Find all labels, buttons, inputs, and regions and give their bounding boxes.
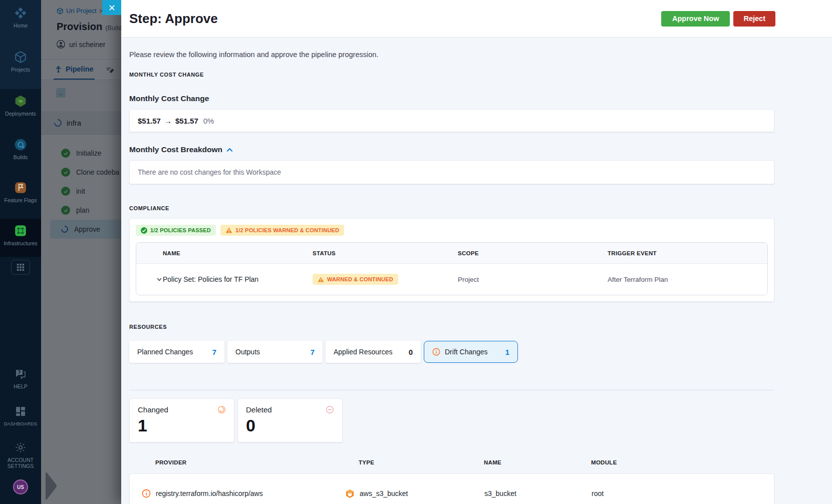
sidebar-item-infrastructures[interactable]: Infrastructures (0, 224, 41, 246)
chevron-down-icon[interactable] (156, 276, 163, 283)
gear-icon (0, 440, 41, 454)
deleted-minus-icon (326, 405, 334, 416)
svg-text:∞: ∞ (18, 97, 24, 105)
policies-warned-label: 1/2 POLICIES WARNED & CONTINUED (235, 227, 339, 233)
arrow-right-icon: → (164, 117, 172, 125)
help-icon: ? (0, 367, 41, 381)
caret-up-icon (226, 147, 233, 152)
status-badge-label: WARNED & CONTINUED (327, 276, 393, 282)
module-grid-icon (17, 263, 25, 271)
policies-passed-label: 1/2 POLICIES PASSED (150, 227, 211, 233)
dashboards-icon (0, 404, 41, 418)
sidebar-item-label: Feature Flags (0, 197, 41, 203)
drawer-body: Please review the following information … (121, 38, 832, 504)
cost-percent: 0% (203, 117, 214, 125)
col-header-name: NAME (136, 250, 313, 256)
policy-table-row[interactable]: Policy Set: Policies for TF Plan WARNED … (136, 264, 767, 295)
projects-icon (0, 50, 41, 64)
changed-cycle-icon (217, 405, 226, 416)
intro-text: Please review the following information … (129, 51, 774, 59)
svg-text:?: ? (18, 370, 21, 375)
policies-warned-badge: 1/2 POLICIES WARNED & CONTINUED (220, 225, 344, 236)
col-header-status: STATUS (313, 250, 458, 256)
policy-table-header: NAME STATUS SCOPE TRIGGER EVENT (136, 243, 767, 264)
warning-triangle-icon (225, 227, 232, 233)
resource-tabs: Planned Changes 7 Outputs 7 Applied Reso… (129, 341, 774, 363)
builds-icon (0, 138, 41, 152)
tab-outputs[interactable]: Outputs 7 (227, 341, 323, 363)
col-header-name: NAME (468, 459, 574, 465)
tab-applied-resources[interactable]: Applied Resources 0 (326, 341, 421, 363)
avatar-initials: US (17, 484, 24, 490)
sidebar-item-account-settings[interactable]: ACCOUNT SETTINGS (0, 440, 41, 469)
tab-label: Planned Changes (137, 348, 193, 356)
feature-flags-icon (0, 181, 41, 195)
tab-planned-changes[interactable]: Planned Changes 7 (129, 341, 224, 363)
policies-passed-badge: 1/2 POLICIES PASSED (136, 225, 216, 236)
sidebar-item-label: Deployments (0, 111, 41, 117)
col-header-type: TYPE (345, 459, 468, 465)
sidebar-item-label: Projects (0, 67, 41, 73)
compliance-card: 1/2 POLICIES PASSED 1/2 POLICIES WARNED … (129, 218, 774, 302)
tab-count: 7 (212, 348, 216, 356)
sidebar-item-projects[interactable]: Projects (0, 50, 41, 73)
tab-label: Outputs (235, 348, 260, 356)
tab-count: 1 (505, 348, 509, 356)
policy-trigger-event: After Terraform Plan (608, 276, 767, 283)
tab-label: Drift Changes (445, 348, 488, 356)
changed-value: 1 (138, 416, 226, 434)
col-header-provider: PROVIDER (141, 459, 345, 465)
changed-label: Changed (138, 405, 168, 414)
reject-button[interactable]: Reject (733, 11, 775, 27)
sidebar-item-label: DASHBOARDS (0, 421, 41, 427)
drawer-header: Step: Approve Approve Now Reject (121, 0, 832, 38)
page-title: Step: Approve (129, 11, 218, 27)
section-label-resources: RESOURCES (129, 324, 774, 330)
deleted-value: 0 (246, 416, 334, 434)
policy-set-name: Policy Set: Policies for TF Plan (163, 275, 258, 283)
left-nav: Home Projects ∞ Deployments Builds Featu… (0, 0, 41, 504)
user-avatar[interactable]: US (13, 479, 28, 494)
approve-now-button[interactable]: Approve Now (661, 11, 730, 27)
drift-summary-cards: Changed 1 Deleted 0 (129, 398, 774, 442)
home-icon (0, 6, 41, 20)
sidebar-item-feature-flags[interactable]: Feature Flags (0, 181, 41, 203)
tab-drift-changes-selected[interactable]: Drift Changes 1 (424, 341, 518, 363)
cost-breakdown-empty-card: There are no cost changes for this Works… (129, 160, 774, 184)
aws-s3-icon (345, 489, 355, 498)
drift-table-row: registry.terraform.io/hashicorp/aws aws_… (129, 473, 774, 504)
close-drawer-button[interactable] (102, 0, 121, 15)
sidebar-item-label: Builds (0, 154, 41, 160)
tab-count: 7 (311, 348, 315, 356)
app-root: Home Projects ∞ Deployments Builds Featu… (0, 0, 832, 504)
info-circle-icon (432, 348, 440, 356)
sidebar-item-dashboards[interactable]: DASHBOARDS (0, 404, 41, 427)
col-header-trigger-event: TRIGGER EVENT (608, 250, 767, 256)
resource-provider: registry.terraform.io/hashicorp/aws (156, 489, 263, 497)
module-grid-button[interactable] (11, 260, 30, 275)
cost-breakdown-toggle[interactable]: Monthly Cost Breakdown (129, 145, 774, 154)
sidebar-item-label: ACCOUNT SETTINGS (6, 457, 35, 469)
check-badge-icon (141, 227, 147, 234)
console-expand-handle-icon[interactable] (45, 471, 57, 500)
infrastructures-icon (0, 224, 41, 238)
sidebar-item-help[interactable]: ? HELP (0, 367, 41, 389)
cost-change-card: $51.57 → $51.57 0% (129, 109, 774, 132)
sidebar-item-deployments[interactable]: ∞ Deployments (0, 94, 41, 117)
sidebar-item-home[interactable]: Home (0, 6, 41, 29)
sidebar-item-builds[interactable]: Builds (0, 138, 41, 160)
close-icon (109, 5, 115, 11)
modal-scrim (41, 0, 121, 504)
deleted-card: Deleted 0 (237, 398, 343, 442)
col-header-scope: SCOPE (458, 250, 608, 256)
deleted-label: Deleted (246, 405, 272, 414)
resource-type: aws_s3_bucket (360, 489, 408, 497)
sidebar-item-label: Infrastructures (0, 240, 41, 246)
section-label-monthly-cost: MONTHLY COST CHANGE (129, 72, 774, 78)
policy-scope: Project (458, 276, 608, 283)
info-circle-icon (142, 489, 151, 498)
resource-name: s3_bucket (468, 489, 575, 497)
cost-from: $51.57 (138, 117, 161, 125)
status-badge: WARNED & CONTINUED (313, 274, 398, 285)
sidebar-item-label: HELP (0, 383, 41, 389)
